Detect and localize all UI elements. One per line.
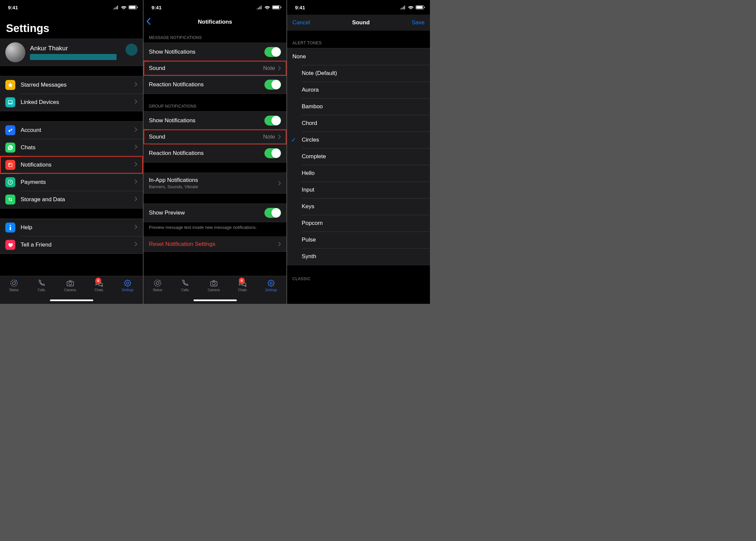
row-show-preview[interactable]: Show Preview	[144, 204, 286, 222]
tone-option[interactable]: Complete	[287, 148, 430, 165]
tab-status[interactable]: Status	[153, 279, 162, 304]
row-chats[interactable]: Chats	[0, 139, 143, 156]
svg-point-16	[127, 282, 129, 284]
row-sublabel: Banners, Sounds, Vibrate	[149, 184, 198, 189]
row-help[interactable]: Help	[0, 219, 143, 236]
wifi-icon	[408, 5, 414, 9]
tab-chats[interactable]: 6 Chats	[238, 279, 247, 304]
tone-option[interactable]: Synth	[287, 248, 430, 265]
tab-label: Chats	[95, 288, 103, 292]
tone-option[interactable]: Pulse	[287, 232, 430, 248]
toggle-on[interactable]	[264, 148, 281, 158]
back-button[interactable]	[146, 17, 151, 27]
home-indicator	[50, 299, 93, 301]
tab-chats[interactable]: 6 Chats	[95, 279, 103, 304]
row-label: In-App Notifications	[149, 177, 198, 183]
tab-label: Status	[153, 288, 162, 292]
tone-option[interactable]: Note (Default)	[287, 65, 430, 82]
status-time: 9:41	[295, 5, 305, 10]
tab-bar: Status Calls Camera 6 Chats Settings	[0, 276, 143, 304]
svg-rect-7	[10, 227, 11, 230]
section-main: Account Chats Notifications ₹ Payments S…	[0, 121, 143, 209]
tab-label: Camera	[208, 288, 220, 292]
nav-title: Notifications	[198, 19, 232, 25]
row-label: Starred Messages	[21, 82, 67, 88]
chevron-right-icon	[134, 179, 138, 186]
row-storage[interactable]: Storage and Data	[0, 191, 143, 208]
tone-label: Aurora	[302, 87, 319, 93]
tone-label: Bamboo	[302, 103, 323, 110]
row-sound-group[interactable]: Sound Note	[144, 130, 286, 144]
tone-option[interactable]: ✓Circles	[287, 132, 430, 148]
chevron-right-icon	[134, 162, 138, 169]
profile-row[interactable]: Ankur Thakur	[0, 39, 143, 66]
wifi-icon	[121, 5, 127, 9]
tab-settings[interactable]: Settings	[265, 279, 277, 304]
status-time: 9:41	[8, 5, 18, 10]
battery-icon	[272, 5, 280, 9]
modal-title: Sound	[352, 19, 370, 26]
tone-option[interactable]: Popcorn	[287, 215, 430, 232]
tab-calls[interactable]: Calls	[181, 279, 189, 304]
signal-icon	[400, 6, 406, 9]
row-reaction-notifs-group[interactable]: Reaction Notifications	[144, 144, 286, 162]
tab-settings[interactable]: Settings	[122, 279, 134, 304]
info-icon	[5, 223, 15, 233]
row-account[interactable]: Account	[0, 122, 143, 139]
tone-option[interactable]: Input	[287, 182, 430, 198]
row-notifications[interactable]: Notifications	[0, 156, 143, 174]
bell-icon	[5, 160, 15, 170]
tab-label: Status	[9, 288, 19, 292]
tone-option[interactable]: Keys	[287, 198, 430, 215]
header-message-notifs: MESSAGE NOTIFICATIONS	[144, 29, 286, 43]
tone-option[interactable]: Chord	[287, 115, 430, 132]
tab-status[interactable]: Status	[9, 279, 19, 304]
row-linked-devices[interactable]: Linked Devices	[0, 94, 143, 111]
tab-label: Calls	[38, 288, 45, 292]
tone-option[interactable]: Hello	[287, 165, 430, 182]
screen-sound-picker: 9:41 Cancel Sound Save ALERT TONES NoneN…	[287, 0, 430, 304]
row-tell-friend[interactable]: Tell a Friend	[0, 236, 143, 254]
row-payments[interactable]: ₹ Payments	[0, 174, 143, 191]
chevron-right-icon	[278, 181, 281, 186]
row-reset-settings[interactable]: Reset Notification Settings	[144, 237, 286, 252]
row-label: Notifications	[21, 162, 52, 168]
row-label: Show Notifications	[149, 49, 195, 55]
tab-label: Camera	[64, 288, 76, 292]
updown-icon	[5, 195, 15, 205]
section-help: Help Tell a Friend	[0, 219, 143, 254]
rupee-icon: ₹	[5, 177, 15, 187]
key-icon	[5, 125, 15, 135]
tone-label: Hello	[302, 170, 315, 176]
toggle-on[interactable]	[264, 208, 281, 218]
status-bar: 9:41	[144, 0, 286, 15]
toggle-on[interactable]	[264, 47, 281, 57]
status-right	[113, 5, 137, 9]
tone-label: Input	[302, 187, 314, 193]
row-starred-messages[interactable]: Starred Messages	[0, 76, 143, 94]
tone-label: Chord	[302, 120, 317, 126]
toggle-on[interactable]	[264, 116, 281, 126]
row-sound-msg[interactable]: Sound Note	[144, 61, 286, 76]
row-inapp-notifs[interactable]: In-App Notifications Banners, Sounds, Vi…	[144, 173, 286, 193]
tab-bar: Status Calls Camera 6 Chats Settings	[144, 276, 286, 304]
tone-label: Circles	[302, 137, 319, 143]
row-label: Show Preview	[149, 210, 185, 216]
toggle-on[interactable]	[264, 80, 281, 90]
status-bar: 9:41	[0, 0, 143, 15]
screen-settings: 9:41 Settings Ankur Thakur Starred Messa…	[0, 0, 143, 304]
cancel-button[interactable]: Cancel	[292, 19, 310, 26]
battery-icon	[129, 5, 137, 9]
tab-calls[interactable]: Calls	[37, 279, 46, 304]
section-starred: Starred Messages Linked Devices	[0, 76, 143, 111]
row-show-notifications-msg[interactable]: Show Notifications	[144, 43, 286, 61]
battery-icon	[416, 5, 424, 9]
row-show-notifications-group[interactable]: Show Notifications	[144, 112, 286, 130]
svg-point-12	[69, 282, 72, 285]
tone-option[interactable]: None	[287, 48, 430, 65]
save-button[interactable]: Save	[412, 19, 425, 26]
header-classic: CLASSIC	[287, 265, 430, 284]
tone-option[interactable]: Aurora	[287, 82, 430, 98]
tone-option[interactable]: Bamboo	[287, 98, 430, 115]
row-reaction-notifs-msg[interactable]: Reaction Notifications	[144, 76, 286, 94]
